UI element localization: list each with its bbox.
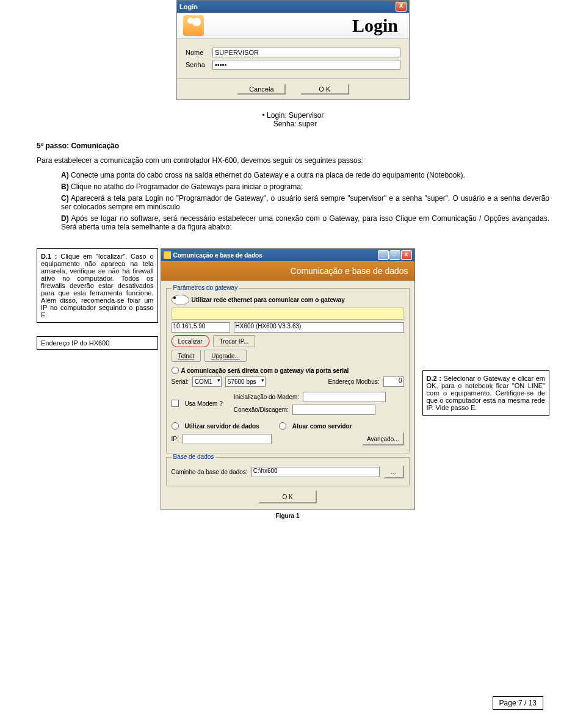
- device-list[interactable]: [172, 308, 404, 320]
- senha-credential: Senha: super: [273, 120, 317, 128]
- radio-ethernet[interactable]: [172, 295, 189, 305]
- app-icon: [164, 251, 171, 259]
- maximize-icon[interactable]: □: [389, 250, 400, 260]
- item-d-text: Após se logar no software, será necessár…: [61, 214, 549, 231]
- usa-modem-checkbox[interactable]: [172, 400, 179, 407]
- users-icon: [183, 15, 204, 36]
- step-5-heading: 5º passo: Comunicação: [37, 142, 549, 150]
- note-d1: D.1 : Clique em "localizar". Caso o equi…: [37, 248, 158, 323]
- note-d2: D.2 : Selecionar o Gateway e clicar em O…: [422, 370, 549, 416]
- radio-act-server-label: Atuar como servidor: [292, 423, 352, 430]
- page-number: Page 7 / 13: [493, 696, 543, 710]
- database-fieldset: Base de dados Caminho da base de dados: …: [166, 457, 410, 486]
- cancel-button[interactable]: Cancela: [237, 84, 286, 95]
- senha-input[interactable]: [212, 60, 400, 70]
- credentials-block: • Login: Supervisor Senha: super: [37, 111, 549, 128]
- conexao-input[interactable]: [292, 405, 375, 415]
- ip-input[interactable]: 10.161.5.90: [172, 322, 230, 333]
- radio-serial[interactable]: [172, 367, 179, 374]
- init-modem-input[interactable]: [303, 392, 386, 402]
- localizar-button[interactable]: Localizar: [172, 335, 209, 347]
- comm-dialog: Comunicação e base de dados _ □ X Comuni…: [161, 248, 415, 510]
- device-input[interactable]: HX600 (HX600 V3.3.63): [234, 322, 404, 333]
- login-dialog: Login X Login Nome Senha Cancela O K: [176, 0, 410, 100]
- radio-serial-label: A comunicação será direta com o gateway …: [181, 367, 349, 374]
- serial-select[interactable]: COM1: [192, 377, 222, 387]
- close-icon[interactable]: X: [401, 250, 412, 260]
- item-d-label: D): [61, 214, 69, 223]
- avancado-button[interactable]: Avançado...: [362, 432, 404, 445]
- figure-caption: Figura 1: [158, 513, 418, 519]
- item-c-label: C): [61, 194, 69, 203]
- comm-banner: Comunicação e base de dados: [161, 261, 414, 281]
- telnet-button[interactable]: Telnet: [172, 350, 201, 362]
- gateway-params-legend: Parâmetros do gateway: [172, 284, 240, 291]
- radio-use-server-label: Utilizar servidor de dados: [185, 423, 259, 430]
- close-icon[interactable]: X: [396, 2, 407, 12]
- server-ip-label: IP:: [172, 436, 179, 442]
- nome-input[interactable]: [212, 48, 400, 57]
- modbus-input[interactable]: 0: [383, 377, 404, 387]
- gateway-params-fieldset: Parâmetros do gateway Utilizar rede ethe…: [166, 288, 410, 453]
- db-path-input[interactable]: C:\hx600: [251, 467, 380, 477]
- serial-label: Serial:: [172, 378, 189, 385]
- item-b-label: B): [61, 182, 69, 191]
- step-5-intro: Para estabelecer a comunicação com um co…: [37, 156, 549, 165]
- comm-titlebar[interactable]: Comunicação e base de dados _ □ X: [161, 249, 414, 261]
- db-path-label: Caminho da base de dados:: [172, 469, 248, 475]
- browse-button[interactable]: ...: [383, 465, 404, 478]
- ok-button[interactable]: O K: [300, 84, 349, 95]
- server-ip-input[interactable]: [183, 434, 272, 444]
- radio-act-server[interactable]: [279, 422, 286, 430]
- usa-modem-label: Usa Modem ?: [185, 400, 223, 407]
- login-title: Login: [179, 3, 396, 10]
- senha-label: Senha: [186, 61, 212, 68]
- login-banner: Login: [177, 13, 409, 39]
- login-credential: Login: Supervisor: [267, 111, 324, 120]
- radio-ethernet-label: Utilizar rede ethernet para comunicar co…: [192, 297, 345, 303]
- item-a-label: A): [61, 171, 69, 179]
- item-b-text: Clique no atalho do Programador de Gatew…: [71, 182, 303, 191]
- comm-ok-button[interactable]: O K: [258, 490, 317, 503]
- nome-label: Nome: [186, 49, 212, 56]
- database-legend: Base de dados: [172, 453, 216, 460]
- baud-select[interactable]: 57600 bps: [225, 377, 266, 387]
- init-modem-label: Inicialização do Modem:: [234, 394, 299, 400]
- radio-use-server[interactable]: [172, 422, 179, 430]
- ip-box: Endereço IP do HX600: [37, 336, 158, 350]
- comm-title: Comunicação e base de dados: [173, 252, 378, 259]
- item-a-text: Conecte uma ponta do cabo cross na saída…: [71, 171, 465, 179]
- login-banner-title: Login: [209, 15, 403, 36]
- modbus-label: Endereço Modbus:: [328, 378, 380, 385]
- trocar-ip-button[interactable]: Trocar IP...: [213, 335, 256, 347]
- upgrade-button[interactable]: Upgrade...: [204, 350, 247, 362]
- minimize-icon[interactable]: _: [378, 250, 389, 260]
- item-c-text: Aparecerá a tela para Login no "Programa…: [61, 194, 549, 211]
- conexao-label: Conexão/Discagem:: [234, 406, 289, 413]
- login-titlebar[interactable]: Login X: [177, 1, 409, 13]
